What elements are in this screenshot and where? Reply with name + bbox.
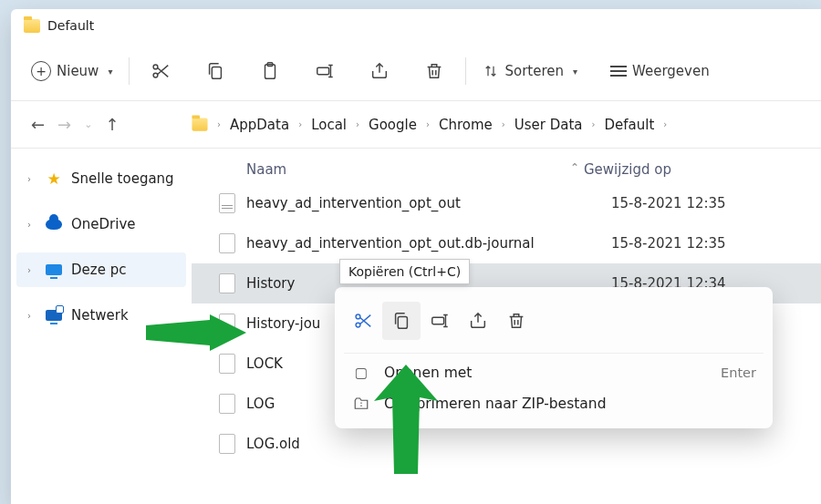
svg-rect-5 (317, 67, 329, 74)
copy-icon (205, 61, 225, 81)
annotation-arrow (374, 365, 438, 474)
share-button[interactable] (358, 55, 401, 87)
context-delete-button[interactable] (497, 302, 535, 340)
toolbar: + Nieuw ▾ Sorteren ▾ (11, 42, 821, 101)
sidebar: › ★ Snelle toegang › OneDrive › Deze pc … (11, 149, 192, 464)
breadcrumb[interactable]: Chrome› (439, 117, 505, 133)
context-menu-icon-row (335, 296, 773, 349)
new-button[interactable]: + Nieuw ▾ (24, 55, 120, 87)
svg-point-0 (154, 65, 159, 69)
sidebar-item-label: OneDrive (71, 216, 136, 232)
context-cut-button[interactable] (344, 302, 382, 340)
trash-icon (506, 311, 526, 331)
sort-button[interactable]: Sorteren ▾ (475, 55, 585, 87)
sidebar-item-quick-access[interactable]: › ★ Snelle toegang (16, 161, 186, 196)
breadcrumb[interactable]: AppData› (230, 117, 302, 133)
svg-point-6 (356, 314, 360, 319)
scissors-icon (151, 61, 171, 81)
annotation-arrow (146, 314, 246, 351)
sidebar-item-label: Deze pc (71, 262, 126, 278)
file-list: Naam Gewijzigd op ⌃ heavy_ad_interventio… (192, 149, 821, 464)
cut-button[interactable] (139, 55, 182, 87)
file-date: 15-8-2021 12:35 (611, 195, 726, 211)
svg-rect-2 (213, 67, 222, 78)
open-icon: ▢ (351, 365, 371, 381)
breadcrumb[interactable]: User Data› (514, 117, 596, 133)
file-icon (219, 193, 235, 213)
sidebar-item-this-pc[interactable]: › Deze pc (16, 252, 186, 287)
file-name: History-jou (246, 315, 320, 332)
copy-icon (391, 311, 411, 331)
file-name: LOG.old (246, 436, 300, 452)
window-title: Default (47, 18, 94, 33)
file-name: heavy_ad_intervention_opt_out (246, 195, 461, 211)
column-headers: Naam Gewijzigd op (192, 149, 821, 183)
chevron-right-icon: › (27, 174, 36, 184)
file-row[interactable]: heavy_ad_intervention_opt_out15-8-2021 1… (192, 183, 821, 223)
rename-icon (315, 61, 335, 81)
file-name: heavy_ad_intervention_opt_out.db-journal (246, 235, 535, 252)
nav-buttons: ← → ⌄ ↑ (11, 115, 192, 134)
chevron-down-icon: ▾ (108, 67, 112, 77)
network-icon (46, 307, 62, 324)
sort-indicator-icon: ⌃ (570, 161, 579, 174)
up-button[interactable]: ↑ (105, 115, 119, 134)
chevron-right-icon: › (217, 119, 221, 129)
context-rename-button[interactable] (421, 302, 459, 340)
context-copy-button[interactable] (382, 302, 421, 340)
chevron-down-icon: ▾ (573, 67, 577, 77)
cloud-icon (46, 216, 62, 232)
separator (344, 353, 764, 354)
delete-button[interactable] (412, 55, 456, 87)
breadcrumb[interactable]: Default› (605, 117, 668, 133)
chevron-right-icon: › (27, 311, 36, 321)
file-icon (219, 273, 235, 293)
scissors-icon (353, 311, 373, 331)
view-button[interactable]: Weergeven (603, 55, 717, 87)
folder-icon (24, 19, 40, 33)
column-header-name[interactable]: Naam (219, 161, 584, 178)
sidebar-item-onedrive[interactable]: › OneDrive (16, 207, 186, 242)
recent-dropdown[interactable]: ⌄ (84, 118, 92, 130)
new-label: Nieuw (57, 63, 99, 79)
file-icon (219, 354, 235, 374)
star-icon: ★ (46, 170, 62, 187)
address-bar[interactable]: › AppData› Local› Google› Chrome› User D… (192, 117, 821, 133)
separator (129, 57, 130, 85)
file-name: LOG (246, 396, 275, 412)
svg-marker-11 (374, 365, 438, 474)
chevron-right-icon: › (27, 265, 36, 275)
trash-icon (424, 61, 444, 81)
breadcrumb[interactable]: Local› (311, 117, 359, 133)
column-header-modified[interactable]: Gewijzigd op (584, 161, 671, 178)
sort-icon (483, 63, 499, 79)
monitor-icon (46, 262, 62, 278)
copy-button[interactable] (193, 55, 237, 87)
folder-icon (192, 118, 207, 130)
svg-point-1 (154, 73, 159, 77)
zip-icon (351, 396, 371, 412)
titlebar: Default (11, 9, 821, 42)
forward-button[interactable]: → (57, 115, 71, 134)
svg-rect-8 (398, 316, 407, 328)
file-icon (219, 233, 235, 253)
svg-point-7 (356, 323, 360, 327)
file-icon (219, 434, 235, 454)
tooltip: Kopiëren (Ctrl+C) (339, 259, 470, 284)
context-share-button[interactable] (459, 302, 497, 340)
paste-icon (260, 61, 280, 81)
back-button[interactable]: ← (31, 115, 45, 134)
file-icon (219, 394, 235, 414)
file-row[interactable]: LOG.old (192, 424, 821, 464)
file-date: 15-8-2021 12:35 (611, 235, 726, 252)
share-icon (369, 61, 390, 81)
paste-button[interactable] (248, 55, 292, 87)
sort-label: Sorteren (504, 63, 564, 79)
file-row[interactable]: heavy_ad_intervention_opt_out.db-journal… (192, 223, 821, 263)
svg-marker-10 (146, 314, 246, 351)
sidebar-item-label: Snelle toegang (71, 170, 174, 187)
chevron-right-icon: › (27, 220, 36, 230)
breadcrumb[interactable]: Google› (369, 117, 430, 133)
rename-icon (430, 311, 450, 331)
rename-button[interactable] (303, 55, 347, 87)
